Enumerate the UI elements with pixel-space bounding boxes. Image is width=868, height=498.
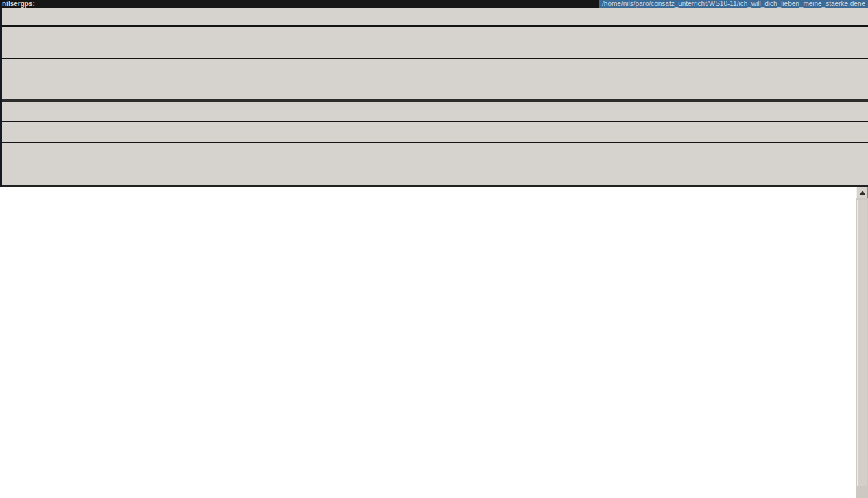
vertical-scrollbar[interactable] [856,187,868,498]
directive-button-row-2 [2,165,868,187]
directive-button-row-1 [2,143,868,165]
score-canvas[interactable] [0,187,856,498]
duration-toolbar [2,59,868,102]
toolbar-stack [0,8,868,187]
menu-bar [2,8,868,27]
command-menu-bar [2,122,868,143]
scrollbar-thumb[interactable] [857,200,867,486]
titlebar-host-label: nilsergps: [0,0,37,8]
snippet-bar [2,102,868,122]
scroll-up-button[interactable] [856,187,868,198]
titlebar-file-path: /home/nils/paro/consatz_unterricht/WS10-… [599,0,868,8]
main-toolbar [2,27,868,59]
up-arrow-icon [860,191,865,195]
window-titlebar: nilsergps: /home/nils/paro/consatz_unter… [0,0,868,8]
